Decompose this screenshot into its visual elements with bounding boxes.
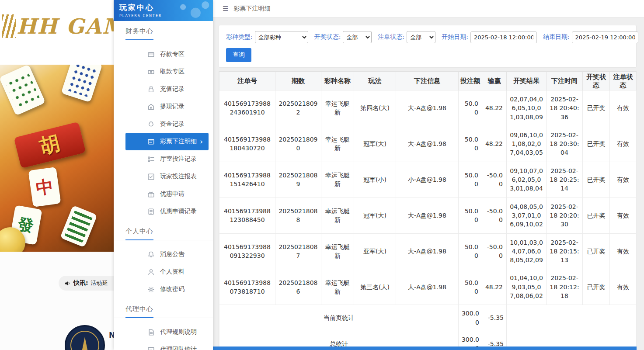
cashout-icon bbox=[147, 103, 155, 111]
column-header: 输赢 bbox=[482, 72, 507, 90]
cell-result: 04,08,05,03,07,01,06,09,10,02 bbox=[507, 198, 547, 233]
mahjong-tile-bamboo bbox=[60, 205, 97, 248]
cell-amount: 50.00 bbox=[459, 233, 482, 269]
cell-lottery: 幸运飞艇新 bbox=[321, 198, 354, 233]
sidebar-item-report[interactable]: 玩家投注报表 bbox=[125, 168, 209, 185]
sidebar-item-label: 提现记录 bbox=[160, 103, 184, 111]
user-icon bbox=[147, 268, 155, 276]
summary-label: 当前页统计 bbox=[219, 305, 459, 331]
cell-bet_status: 有效 bbox=[610, 126, 637, 162]
cell-time: 2025-02-18 20:15:13 bbox=[547, 233, 583, 269]
mahjong-tile-zhong: 中 bbox=[28, 167, 61, 207]
sidebar-item-chart[interactable]: 代理团队统计 bbox=[125, 341, 209, 350]
cell-time: 2025-02-18 20:25:14 bbox=[547, 162, 583, 198]
sidebar-item-doc[interactable]: 代理规则说明 bbox=[125, 323, 209, 341]
page-summary-row: 当前页统计300.00-5.35 bbox=[219, 305, 637, 331]
cell-draw_status: 已开奖 bbox=[583, 162, 610, 198]
doc-icon bbox=[147, 329, 155, 336]
column-header: 期数 bbox=[275, 72, 321, 90]
sidebar-section-header: 财务中心 bbox=[114, 21, 213, 40]
sidebar-item-withdraw[interactable]: 取款专区 bbox=[125, 63, 209, 80]
news-ticker: 快讯: 活动延 bbox=[59, 276, 114, 291]
sidebar-item-user[interactable]: 个人资料 bbox=[125, 263, 209, 281]
bet-status-label: 注单状态: bbox=[378, 33, 404, 41]
sidebar-section-header: 个人中心 bbox=[114, 221, 213, 240]
tile-pattern bbox=[66, 65, 98, 97]
cell-amount: 50.00 bbox=[459, 126, 482, 162]
section-title: 财务中心 bbox=[125, 27, 153, 35]
chart-icon bbox=[147, 346, 155, 350]
sidebar-item-lottery-bets[interactable]: 彩票下注明细 bbox=[125, 133, 209, 150]
cell-result: 09,06,10,01,08,02,07,04,03,05 bbox=[507, 126, 547, 162]
draw-status-select[interactable]: 全部 bbox=[343, 31, 372, 43]
table-row: 40156917398807381871020250218086幸运飞艇新第三名… bbox=[219, 269, 637, 305]
main-content: 彩票下注明细 彩种类型: 全部彩种 开奖状态: 全部 注单状态: 全部 开始日期… bbox=[213, 0, 644, 350]
column-header: 彩种名称 bbox=[321, 72, 354, 90]
cell-bet_info: 大-A盘@1.98 bbox=[396, 90, 459, 126]
sidebar-item-gear[interactable]: 修改密码 bbox=[125, 281, 209, 298]
cell-bet_info: 大-A盘@1.98 bbox=[396, 126, 459, 162]
sidebar-item-hall-bets[interactable]: 厅室投注记录 bbox=[125, 150, 209, 168]
sidebar-item-label: 存款专区 bbox=[160, 50, 184, 58]
withdraw-icon bbox=[147, 68, 155, 76]
cell-time: 2025-02-18 20:30:04 bbox=[547, 126, 583, 162]
cell-draw_status: 已开奖 bbox=[583, 233, 610, 269]
players-center-sidebar: 玩家中心 PLAYERS CENTER 财务中心存款专区取款专区充值记录提现记录… bbox=[114, 0, 213, 350]
sidebar-item-label: 代理规则说明 bbox=[160, 328, 197, 336]
table-row: 40156917398824360191020250218092幸运飞艇新第四名… bbox=[219, 90, 637, 126]
sidebar-item-bell[interactable]: 消息公告 bbox=[125, 246, 209, 263]
cell-time: 2025-02-18 20:12:18 bbox=[547, 269, 583, 305]
search-button[interactable]: 查询 bbox=[226, 48, 251, 62]
cell-play: 冠军(大) bbox=[354, 126, 396, 162]
table-row: 40156917398818043072020250218090幸运飞艇新冠军(… bbox=[219, 126, 637, 162]
column-header: 玩法 bbox=[354, 72, 396, 90]
badge-text: N bbox=[109, 331, 114, 340]
cell-bet_info: 大-A盘@1.98 bbox=[396, 198, 459, 233]
cell-winloss: -50.00 bbox=[482, 162, 507, 198]
cell-draw_status: 已开奖 bbox=[583, 198, 610, 233]
table-header-row: 注单号期数彩种名称玩法下注信息投注额输赢开奖结果下注时间开奖状态注单状态 bbox=[219, 72, 637, 90]
cell-lottery: 幸运飞艇新 bbox=[321, 233, 354, 269]
cell-lottery: 幸运飞艇新 bbox=[321, 90, 354, 126]
sidebar-item-cashout[interactable]: 提现记录 bbox=[125, 98, 209, 115]
sidebar-item-promo-record[interactable]: 优惠申请记录 bbox=[125, 203, 209, 220]
cell-bet_no: 401569173988243601910 bbox=[219, 90, 275, 126]
table-row: 40156917398815142641020250218089幸运飞艇新冠军(… bbox=[219, 162, 637, 198]
column-header: 开奖结果 bbox=[507, 72, 547, 90]
bet-status-select[interactable]: 全部 bbox=[407, 31, 435, 43]
sidebar-item-funds[interactable]: 资金记录 bbox=[125, 115, 209, 133]
sidebar-subtitle: PLAYERS CENTER bbox=[119, 14, 213, 18]
cell-amount: 50.00 bbox=[459, 198, 482, 233]
cell-period: 20250218088 bbox=[275, 198, 321, 233]
start-date-input[interactable] bbox=[470, 31, 537, 43]
column-header: 注单号 bbox=[219, 72, 275, 90]
sidebar-item-label: 厅室投注记录 bbox=[160, 155, 197, 163]
sidebar-item-deposit[interactable]: 存款专区 bbox=[125, 45, 209, 63]
promo-image: 胡 中 發 bbox=[0, 65, 114, 252]
ticker-label: 快讯: bbox=[73, 279, 88, 287]
cell-result: 10,01,03,04,07,06,08,05,02,09 bbox=[507, 233, 547, 269]
table-row: 40156917398809132293020250218087幸运飞艇新亚军(… bbox=[219, 233, 637, 269]
tile-pattern bbox=[65, 210, 93, 243]
lottery-type-select[interactable]: 全部彩种 bbox=[255, 31, 308, 43]
summary-amount: 300.00 bbox=[459, 305, 482, 331]
cell-play: 亚军(大) bbox=[354, 233, 396, 269]
cell-winloss: 48.22 bbox=[482, 126, 507, 162]
sidebar-item-label: 玩家投注报表 bbox=[160, 173, 197, 180]
sidebar-item-promo[interactable]: 优惠申请 bbox=[125, 185, 209, 203]
menu-icon[interactable] bbox=[223, 5, 228, 13]
report-icon bbox=[147, 173, 155, 180]
filter-panel: 彩种类型: 全部彩种 开奖状态: 全部 注单状态: 全部 开始日期: 结束日期:… bbox=[219, 25, 637, 68]
sidebar-item-label: 个人资料 bbox=[160, 268, 184, 276]
site-logo: HH GAME bbox=[2, 14, 114, 38]
cell-result: 01,04,10,09,03,05,07,08,06,02 bbox=[507, 269, 547, 305]
cell-result: 02,07,04,06,05,10,01,03,08,09 bbox=[507, 90, 547, 126]
page-title: 彩票下注明细 bbox=[233, 5, 270, 13]
cell-play: 冠军(大) bbox=[354, 198, 396, 233]
summary-winloss: -5.35 bbox=[482, 305, 507, 331]
cell-time: 2025-02-18 20:20:30 bbox=[547, 198, 583, 233]
sidebar-item-recharge[interactable]: 充值记录 bbox=[125, 80, 209, 98]
promo-icon bbox=[147, 191, 155, 198]
end-date-input[interactable] bbox=[572, 31, 638, 43]
column-header: 下注信息 bbox=[396, 72, 459, 90]
